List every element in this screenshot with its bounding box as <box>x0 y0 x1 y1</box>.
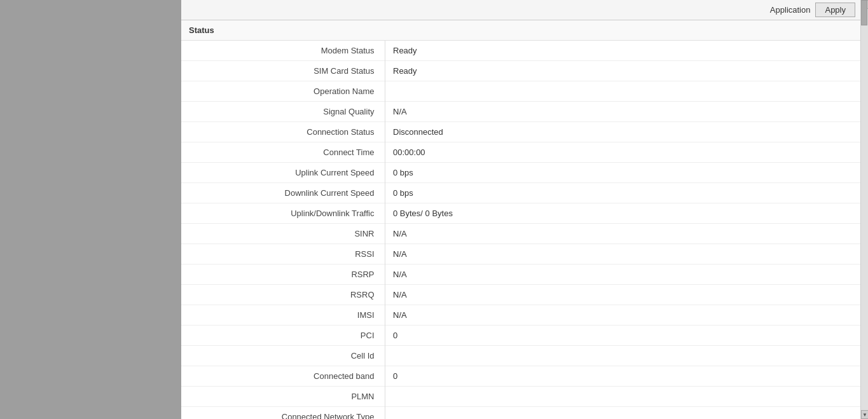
table-row: Signal QualityN/A <box>181 102 860 122</box>
row-value: Ready <box>385 61 860 81</box>
table-row: Uplink Current Speed0 bps <box>181 163 860 183</box>
table-row: PCI0 <box>181 326 860 346</box>
scrollbar-thumb[interactable] <box>861 0 867 25</box>
row-value: Ready <box>385 41 860 61</box>
table-row: RSRPN/A <box>181 264 860 285</box>
row-value <box>385 407 860 420</box>
row-label: RSSI <box>181 244 385 264</box>
content-area: Status Modem StatusReadySIM Card StatusR… <box>181 20 860 419</box>
section-header: Status <box>181 20 860 41</box>
table-row: Connection StatusDisconnected <box>181 122 860 142</box>
top-bar: Application Apply <box>181 0 860 20</box>
row-label: PLMN <box>181 387 385 407</box>
row-value: N/A <box>385 305 860 326</box>
row-label: Uplink Current Speed <box>181 163 385 183</box>
row-value: N/A <box>385 264 860 285</box>
row-value <box>385 81 860 102</box>
row-value <box>385 346 860 366</box>
row-label: PCI <box>181 326 385 346</box>
row-value: Disconnected <box>385 122 860 142</box>
table-row: Downlink Current Speed0 bps <box>181 183 860 203</box>
row-value <box>385 387 860 407</box>
row-label: RSRP <box>181 264 385 285</box>
table-row: Connected Network Type <box>181 407 860 420</box>
table-row: Cell Id <box>181 346 860 366</box>
row-label: Cell Id <box>181 346 385 366</box>
row-label: Connected Network Type <box>181 407 385 420</box>
row-label: Signal Quality <box>181 102 385 122</box>
table-row: SINRN/A <box>181 224 860 244</box>
row-value: 0 bps <box>385 183 860 203</box>
row-label: Uplink/Downlink Traffic <box>181 203 385 224</box>
row-label: Connection Status <box>181 122 385 142</box>
application-label: Application <box>770 5 811 15</box>
table-row: RSSIN/A <box>181 244 860 264</box>
apply-button[interactable]: Apply <box>815 3 855 17</box>
table-row: RSRQN/A <box>181 285 860 305</box>
row-value: N/A <box>385 285 860 305</box>
table-row: Connect Time00:00:00 <box>181 142 860 163</box>
row-value: 00:00:00 <box>385 142 860 163</box>
row-value: N/A <box>385 102 860 122</box>
row-value: N/A <box>385 224 860 244</box>
table-row: Operation Name <box>181 81 860 102</box>
row-label: RSRQ <box>181 285 385 305</box>
row-label: IMSI <box>181 305 385 326</box>
row-value: 0 <box>385 326 860 346</box>
main-content: Application Apply Status Modem StatusRea… <box>181 0 860 419</box>
table-row: IMSIN/A <box>181 305 860 326</box>
scrollbar-track[interactable]: ▲ ▼ <box>860 0 868 419</box>
table-row: SIM Card StatusReady <box>181 61 860 81</box>
row-label: Modem Status <box>181 41 385 61</box>
row-value: N/A <box>385 244 860 264</box>
row-label: Operation Name <box>181 81 385 102</box>
sidebar <box>0 0 181 419</box>
row-value: 0 bps <box>385 163 860 183</box>
table-row: PLMN <box>181 387 860 407</box>
row-label: SIM Card Status <box>181 61 385 81</box>
row-label: Downlink Current Speed <box>181 183 385 203</box>
row-label: Connect Time <box>181 142 385 163</box>
row-value: 0 Bytes/ 0 Bytes <box>385 203 860 224</box>
scrollbar-arrow-down[interactable]: ▼ <box>861 410 868 419</box>
status-table: Modem StatusReadySIM Card StatusReadyOpe… <box>181 41 860 419</box>
row-label: SINR <box>181 224 385 244</box>
table-row: Uplink/Downlink Traffic0 Bytes/ 0 Bytes <box>181 203 860 224</box>
table-row: Connected band0 <box>181 366 860 387</box>
table-row: Modem StatusReady <box>181 41 860 61</box>
row-value: 0 <box>385 366 860 387</box>
row-label: Connected band <box>181 366 385 387</box>
